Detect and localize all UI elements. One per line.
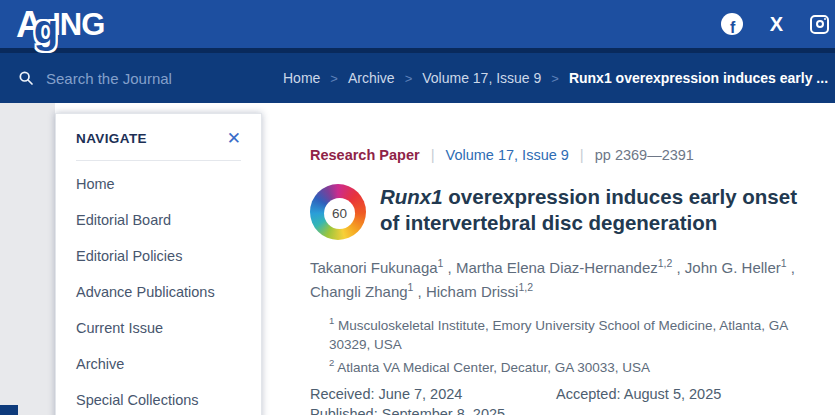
author-list: Takanori Fukunaga1 , Martha Elena Diaz-H… — [310, 255, 815, 304]
published-date: Published: September 8, 2025 — [310, 406, 556, 415]
altmetric-score: 60 — [324, 198, 355, 229]
journal-logo[interactable]: A g ING — [16, 0, 104, 48]
facebook-f-glyph: f — [730, 20, 735, 35]
search-box[interactable] — [0, 70, 283, 87]
facebook-icon[interactable]: f — [721, 13, 743, 35]
author-name: Takanori Fukunaga1 — [310, 259, 443, 276]
meta-separator: | — [580, 146, 584, 163]
breadcrumb-separator-icon: > — [405, 71, 413, 86]
sidebar-item-current-issue[interactable]: Current Issue — [76, 305, 241, 341]
sidebar-item-archive[interactable]: Archive — [76, 341, 241, 377]
altmetric-badge[interactable]: 60 — [310, 184, 366, 240]
author-name: Hicham Drissi1,2 — [426, 283, 533, 300]
social-links: f X — [721, 13, 825, 35]
sidebar-title: NAVIGATE — [76, 131, 147, 146]
sidebar-items: HomeEditorial BoardEditorial PoliciesAdv… — [76, 161, 241, 413]
left-gutter — [0, 103, 55, 415]
article-dates: Received: June 7, 2024 Accepted: August … — [310, 386, 820, 415]
author-name: Martha Elena Diaz-Hernandez1,2 — [456, 259, 672, 276]
title-row: 60 Runx1 overexpression induces early on… — [310, 184, 820, 240]
sidebar-item-advance-publications[interactable]: Advance Publications — [76, 269, 241, 305]
search-icon — [18, 70, 34, 86]
page-body: NAVIGATE ✕ HomeEditorial BoardEditorial … — [0, 103, 835, 415]
instagram-dot — [824, 18, 827, 21]
article-title: Runx1 overexpression induces early onset… — [380, 184, 820, 236]
article-type-label[interactable]: Research Paper — [310, 147, 420, 163]
navbar: Home>Archive>Volume 17, Issue 9>Runx1 ov… — [0, 53, 835, 103]
x-twitter-icon[interactable]: X — [770, 14, 783, 34]
breadcrumb-separator-icon: > — [330, 71, 338, 86]
search-input[interactable] — [46, 70, 226, 87]
article-meta-row: Research Paper | Volume 17, Issue 9 | pp… — [310, 146, 820, 163]
logo-letter: ING — [52, 9, 104, 40]
breadcrumb-item[interactable]: Volume 17, Issue 9 — [422, 70, 541, 86]
sidebar-item-home[interactable]: Home — [76, 161, 241, 197]
pages-label: pp 2369—2391 — [595, 147, 694, 163]
top-header: A g ING f X — [0, 0, 835, 48]
instagram-icon[interactable] — [810, 15, 829, 34]
bottom-corner-overlay — [0, 405, 18, 415]
article-main: Research Paper | Volume 17, Issue 9 | pp… — [310, 103, 820, 415]
affiliation-list: 1 Musculoskeletal Institute, Emory Unive… — [329, 314, 819, 378]
affiliation-item: 2 Atlanta VA Medical Center, Decatur, GA… — [329, 356, 819, 378]
instagram-lens — [816, 20, 824, 28]
author-name: Changli Zhang1 — [310, 283, 413, 300]
breadcrumb-item[interactable]: Home — [283, 70, 320, 86]
meta-separator: | — [431, 146, 435, 163]
received-date: Received: June 7, 2024 — [310, 386, 556, 402]
navigate-sidebar: NAVIGATE ✕ HomeEditorial BoardEditorial … — [55, 113, 262, 415]
affiliation-item: 1 Musculoskeletal Institute, Emory Unive… — [329, 314, 819, 356]
breadcrumb-item[interactable]: Archive — [348, 70, 395, 86]
logo-letter: g — [34, 9, 58, 49]
close-icon[interactable]: ✕ — [227, 130, 241, 147]
sidebar-item-editorial-policies[interactable]: Editorial Policies — [76, 233, 241, 269]
issue-link[interactable]: Volume 17, Issue 9 — [446, 147, 569, 163]
breadcrumb: Home>Archive>Volume 17, Issue 9>Runx1 ov… — [283, 70, 828, 86]
article-title-rest: overexpression induces early onset of in… — [380, 185, 797, 234]
author-name: John G. Heller1 — [685, 259, 787, 276]
article-title-gene: Runx1 — [380, 185, 443, 208]
sidebar-header: NAVIGATE ✕ — [76, 130, 241, 161]
sidebar-item-editorial-board[interactable]: Editorial Board — [76, 197, 241, 233]
breadcrumb-item[interactable]: Runx1 overexpression induces early ... — [569, 70, 828, 86]
breadcrumb-separator-icon: > — [551, 71, 559, 86]
accepted-date: Accepted: August 5, 2025 — [556, 386, 820, 402]
sidebar-item-special-collections[interactable]: Special Collections — [76, 377, 241, 413]
